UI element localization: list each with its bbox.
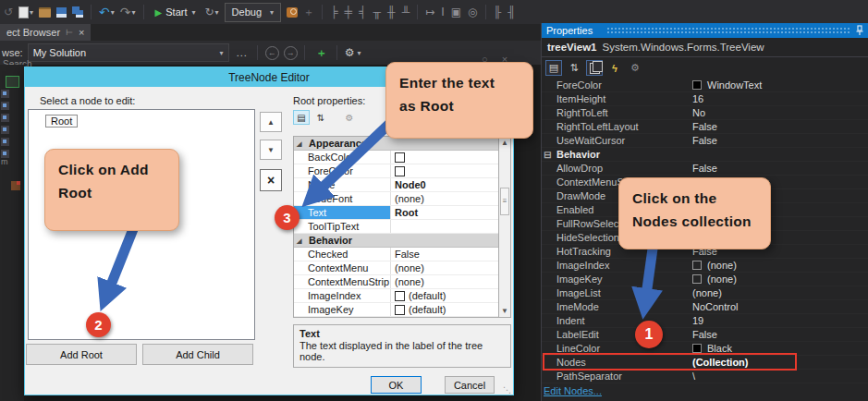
size-to-grid-icon[interactable]: ◎ [468,6,477,18]
move-up-button[interactable]: ▲ [260,112,282,132]
same-height-icon[interactable]: Ⅰ [441,6,445,18]
tree-item-icon[interactable] [1,126,9,134]
property-row[interactable]: Behavior [294,234,498,248]
align-rights-icon[interactable]: ╡ [359,6,367,18]
property-row[interactable]: LabelEdit False [542,328,868,342]
property-row[interactable]: ImageKey (none) [542,273,868,286]
scrollbar-thumb[interactable]: ≡ [500,188,509,215]
property-row[interactable]: ItemHeight 16 [542,92,868,106]
tab-object-browser[interactable]: ect Browser ⊥ × [0,24,91,41]
wrench-icon[interactable]: ⚙ [627,60,643,76]
cancel-button[interactable]: Cancel [445,376,495,394]
properties-titlebar[interactable]: Properties [542,23,868,38]
alphabetical-sort-icon[interactable]: ⇅ [566,60,582,76]
property-label: ForeColor [294,164,391,177]
property-row[interactable]: RightToLeft No [542,106,868,120]
property-row[interactable]: PathSeparator \ [542,370,868,383]
property-row[interactable]: ContextMenu (none) [294,261,498,275]
events-lightning-icon[interactable]: ϟ [606,60,623,76]
add-child-button[interactable]: Add Child [142,344,253,365]
tree-node-root[interactable]: Root [45,115,78,128]
redo-button[interactable]: ↷▾ [120,6,136,18]
property-row[interactable]: ImageIndex (default) [294,289,498,303]
chevron-down-icon: ▾ [270,8,274,17]
property-row[interactable]: ImageKey (default) [294,303,498,317]
vertical-spacing-icon[interactable]: ╢ [507,6,516,18]
scroll-down-icon[interactable]: ▼ [499,305,510,317]
save-icon[interactable] [56,7,67,18]
property-row[interactable]: ImeMode NoControl [542,300,868,314]
redo-icon: ↷ [120,6,131,18]
property-pages-icon[interactable] [586,60,603,76]
selected-object-header[interactable]: treeView1System.Windows.Forms.TreeView [542,38,868,57]
alphabetical-sort-icon[interactable]: ⇅ [312,110,329,125]
start-debug-button[interactable]: ▶ Start ▾ [152,5,200,19]
property-row[interactable]: Behavior [542,148,868,162]
same-size-icon[interactable]: ▣ [451,6,461,18]
categorized-icon[interactable]: ▤ [545,60,562,76]
categorized-icon[interactable]: ▤ [293,110,310,125]
property-value-text: 16 [692,92,703,105]
new-file-button[interactable]: ▾ [18,6,33,18]
configuration-dropdown[interactable]: Debug ▾ [225,3,281,22]
member-icon[interactable] [11,181,20,190]
delete-node-button[interactable]: × [260,169,282,191]
gear-icon[interactable]: ⚙ [345,46,355,59]
property-row[interactable]: BackColor [294,151,498,164]
property-row[interactable]: ToolTipText [294,220,498,234]
tree-item-icon[interactable] [1,138,9,146]
align-tops-icon[interactable]: ╥ [373,6,382,18]
restart-button[interactable]: ↻▾ [205,6,219,18]
same-width-icon[interactable]: ↦ [425,6,434,18]
undo-button[interactable]: ↶▾ [99,6,115,18]
property-row[interactable]: AllowDrop False [542,162,868,176]
save-all-icon[interactable] [72,6,83,18]
color-swatch [692,344,702,353]
grid-scrollbar[interactable]: ▲ ≡ ▼ [498,137,510,317]
close-icon[interactable]: × [79,27,84,38]
pin-icon[interactable]: ⊥ [65,29,74,36]
property-row[interactable]: ForeColor [294,164,498,178]
property-row[interactable]: Checked False [294,248,498,261]
open-folder-icon[interactable] [39,7,51,18]
property-row[interactable]: RightToLeftLayout False [542,120,868,134]
add-reference-icon[interactable]: ＋ [316,45,327,61]
forward-icon[interactable]: → [284,46,298,60]
pin-icon[interactable] [855,25,864,36]
property-row[interactable]: NodeFont (none) [294,192,498,206]
align-middles-icon[interactable]: ╫ [387,6,396,18]
back-icon[interactable]: ← [265,46,279,60]
find-icon[interactable] [287,7,298,18]
property-value: \ [692,370,868,383]
browse-scope-dropdown[interactable]: My Solution ▾ [28,43,229,62]
tree-item-icon[interactable] [1,90,9,98]
horizontal-spacing-icon[interactable]: ╟ [494,6,502,18]
property-pages-icon[interactable]: ⚙ [341,110,358,125]
property-value-text: (none) [692,286,722,299]
ok-button[interactable]: OK [371,376,422,394]
align-bottoms-icon[interactable]: ╨ [402,6,410,18]
property-row[interactable]: ContextMenuStrip (none) [294,275,498,289]
property-value: (none) [391,192,498,205]
property-row[interactable]: ImageList (none) [542,286,868,300]
tree-item-icon[interactable] [1,102,9,110]
align-centers-icon[interactable]: ╪ [345,6,353,18]
edit-nodes-link[interactable]: Edit Nodes... [544,385,602,396]
property-rows: Appearance BackColor ForeColor N [294,137,498,317]
navigate-back-icon[interactable]: ↺ [4,6,13,18]
property-row[interactable]: Indent 19 [542,314,868,328]
move-down-button[interactable]: ▼ [260,140,282,160]
add-root-button[interactable]: Add Root [26,344,137,365]
property-row[interactable]: ForeColor WindowText [542,79,868,92]
property-row[interactable]: Name Node0 [294,178,498,192]
tree-item-icon[interactable] [1,114,9,122]
align-lefts-icon[interactable]: ╞ [330,6,338,18]
assembly-icon[interactable] [6,76,19,88]
property-row[interactable]: Text Root [294,206,498,220]
browse-more-button[interactable]: ... [237,47,248,58]
snap-lines-icon[interactable]: ＋ [303,6,314,18]
property-row[interactable]: UseWaitCursor False [542,134,868,148]
property-row[interactable]: ImageIndex (none) [542,259,868,273]
property-row[interactable]: Appearance [294,137,498,151]
resize-grip[interactable]: ⋱ [503,385,511,395]
